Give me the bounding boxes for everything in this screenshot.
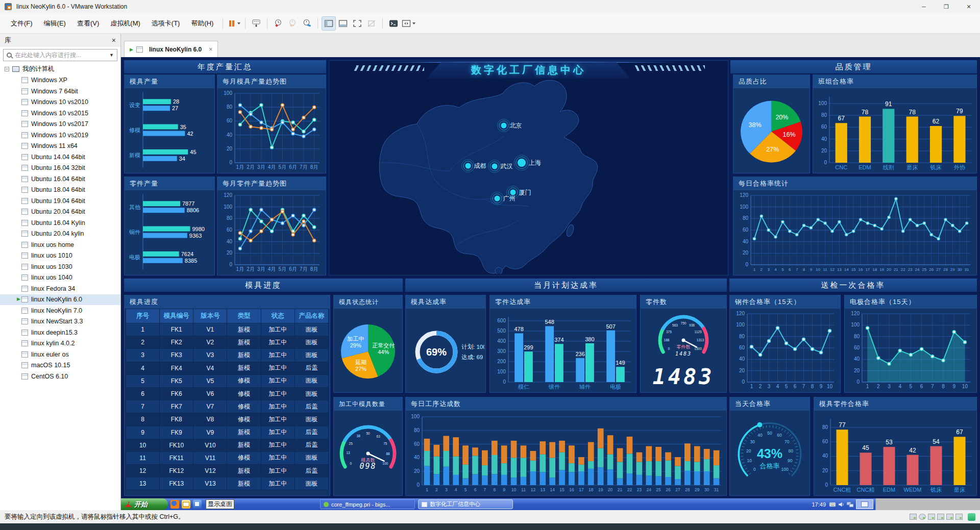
table-row[interactable]: 7FK7V7修模加工中后盖 bbox=[126, 400, 329, 413]
expander-icon[interactable]: − bbox=[5, 67, 9, 71]
svg-text:0: 0 bbox=[856, 379, 860, 385]
manage-snapshots-button[interactable] bbox=[300, 16, 314, 31]
send-ctrl-alt-del-button[interactable] bbox=[249, 16, 263, 31]
close-button[interactable]: ✕ bbox=[958, 0, 980, 13]
table-row[interactable]: 3FK3V3新模加工中面板 bbox=[126, 349, 329, 362]
maximize-button[interactable]: ❐ bbox=[935, 0, 958, 13]
tab-close-icon[interactable]: × bbox=[209, 46, 212, 53]
table-row[interactable]: 2FK2V2新模加工中面板 bbox=[126, 336, 329, 349]
sidebar-item[interactable]: Ubuntu 20.04 64bit bbox=[0, 207, 120, 218]
harddisk-icon[interactable] bbox=[910, 514, 917, 520]
table-row[interactable]: 6FK6V6修模加工中面板 bbox=[126, 387, 329, 400]
volume-icon[interactable] bbox=[838, 501, 844, 508]
menu-item[interactable]: 虚拟机(M) bbox=[105, 16, 146, 31]
svg-text:30: 30 bbox=[750, 439, 755, 444]
sidebar-item[interactable]: CentOS 6.10 bbox=[0, 371, 120, 382]
svg-text:CNC: CNC bbox=[835, 164, 847, 170]
table-row[interactable]: 10FK10V10新模加工中后盖 bbox=[126, 439, 329, 451]
sidebar-item[interactable]: Ubuntu 18.04 64bit bbox=[0, 185, 120, 196]
search-input[interactable] bbox=[15, 52, 106, 59]
table-row[interactable]: 1FK1V1新模加工中面板 bbox=[126, 323, 329, 336]
sidebar-item[interactable]: Ubuntu 16.04 Kylin bbox=[0, 217, 120, 229]
sidebar-item[interactable]: Windows 11 x64 bbox=[0, 141, 120, 152]
sidebar-item[interactable]: Ubuntu 14.04 64bit bbox=[0, 152, 120, 163]
take-snapshot-button[interactable] bbox=[271, 16, 285, 31]
table-row[interactable]: 13FK13V13新模加工中面板 bbox=[126, 477, 329, 490]
sidebar-item[interactable]: linux NewStart 3.3 bbox=[0, 316, 120, 327]
library-close-icon[interactable]: × bbox=[112, 36, 116, 44]
cdrom-icon[interactable] bbox=[919, 514, 926, 520]
sidebar-item[interactable]: linux NeoKylin 7.0 bbox=[0, 305, 120, 316]
svg-text:厦门: 厦门 bbox=[519, 189, 531, 196]
sidebar-item-label: linux deepin15.3 bbox=[31, 329, 78, 336]
show-thumbnail-bar-toggle[interactable] bbox=[336, 16, 350, 31]
input-method-icon[interactable] bbox=[829, 501, 836, 508]
sidebar-item[interactable]: macOS 10.15 bbox=[0, 360, 120, 371]
table-row[interactable]: 11FK11V11修模加工中面板 bbox=[126, 451, 329, 464]
mail-icon[interactable] bbox=[182, 500, 190, 509]
taskbar-item[interactable]: core_ffmpeg.pri - bigs... bbox=[320, 499, 415, 509]
vm-start-button[interactable]: 开始 bbox=[121, 498, 168, 510]
table-row[interactable]: 4FK4V4新模加工中后盖 bbox=[126, 362, 329, 374]
menu-item[interactable]: 选项卡(T) bbox=[146, 16, 186, 31]
menu-item[interactable]: 文件(F) bbox=[5, 16, 38, 31]
show-desktop-button[interactable]: 显示桌面 bbox=[206, 499, 234, 509]
search-dropdown-icon[interactable]: ▼ bbox=[109, 53, 114, 58]
table-row[interactable]: 5FK5V5修模加工中面板 bbox=[126, 374, 329, 387]
sidebar-item[interactable]: Ubuntu 20.04 kylin bbox=[0, 229, 120, 240]
sidebar-item[interactable]: Ubuntu 16.04 32bit bbox=[0, 163, 120, 174]
revert-snapshot-button[interactable] bbox=[285, 16, 300, 31]
sidebar-item[interactable]: linux euler os bbox=[0, 349, 120, 360]
desktop-switch-tile[interactable] bbox=[856, 499, 873, 509]
table-row[interactable]: 9FK9V9新模加工中后盖 bbox=[126, 426, 329, 439]
sidebar-item[interactable]: linux uos 1030 bbox=[0, 261, 120, 272]
unity-toggle[interactable] bbox=[364, 16, 379, 31]
network-adapter-icon[interactable] bbox=[928, 514, 935, 520]
sidebar-item[interactable]: linux uos 1040 bbox=[0, 272, 120, 284]
sidebar-item[interactable]: linux kylin 4.0.2 bbox=[0, 338, 120, 349]
network-icon[interactable] bbox=[846, 501, 854, 508]
sidebar-item[interactable]: Windows 7 64bit bbox=[0, 86, 120, 97]
svg-text:电极: 电极 bbox=[129, 254, 140, 260]
firefox-icon[interactable] bbox=[170, 500, 179, 509]
table-row[interactable]: 12FK12V12新模加工中后盖 bbox=[126, 465, 329, 477]
svg-text:80: 80 bbox=[854, 334, 860, 339]
show-library-toggle[interactable] bbox=[322, 16, 336, 31]
svg-text:478: 478 bbox=[514, 326, 523, 332]
sidebar-item[interactable]: Ubuntu 16.04 64bit bbox=[0, 173, 120, 185]
menu-item[interactable]: 查看(V) bbox=[71, 16, 105, 31]
sidebar-item[interactable]: Windows 10 vs2017 bbox=[0, 119, 120, 130]
vm-tab[interactable]: ▶ linux NeoKylin 6.0 × bbox=[124, 41, 218, 57]
sidebar-item[interactable]: Windows XP bbox=[0, 75, 120, 86]
printer-icon[interactable] bbox=[937, 514, 944, 520]
svg-text:60: 60 bbox=[739, 345, 745, 350]
sidebar-item[interactable]: linux Fedora 34 bbox=[0, 283, 120, 294]
console-view-button[interactable] bbox=[386, 16, 401, 31]
library-sidebar: 库 × ▼ −我的计算机Windows XPWindows 7 64bitWin… bbox=[0, 34, 121, 510]
fullscreen-toggle[interactable] bbox=[350, 16, 364, 31]
sidebar-item[interactable]: linux uos home bbox=[0, 239, 120, 250]
stretch-guest-button[interactable] bbox=[401, 16, 416, 31]
sidebar-item[interactable]: Windows 10 vs2010 bbox=[0, 97, 120, 108]
sidebar-item[interactable]: linux uos 1010 bbox=[0, 250, 120, 262]
table-cell: V4 bbox=[193, 362, 227, 374]
menu-item[interactable]: 帮助(H) bbox=[185, 16, 219, 31]
sidebar-item[interactable]: ▶linux NeoKylin 6.0 bbox=[0, 294, 120, 306]
sidebar-item[interactable]: Windows 10 vs2015 bbox=[0, 108, 120, 119]
table-column-header: 模具编号 bbox=[160, 309, 193, 323]
usb-icon[interactable] bbox=[955, 514, 963, 520]
table-row[interactable]: 8FK8V8修模加工中面板 bbox=[126, 413, 329, 426]
menu-item[interactable]: 编辑(E) bbox=[38, 16, 71, 31]
sidebar-root-item[interactable]: −我的计算机 bbox=[0, 64, 120, 75]
svg-text:17: 17 bbox=[865, 267, 870, 272]
minimize-button[interactable]: ─ bbox=[913, 0, 935, 13]
sidebar-item[interactable]: linux deepin15.3 bbox=[0, 327, 120, 338]
sidebar-item[interactable]: Windows 10 vs2019 bbox=[0, 130, 120, 141]
svg-text:6: 6 bbox=[920, 384, 923, 389]
sound-icon[interactable] bbox=[946, 514, 953, 520]
vmware-tips-icon[interactable] bbox=[968, 513, 975, 521]
pause-vm-button[interactable] bbox=[227, 16, 241, 31]
file-manager-icon[interactable] bbox=[193, 500, 202, 509]
sidebar-item[interactable]: Ubuntu 19.04 64bit bbox=[0, 195, 120, 207]
taskbar-item[interactable]: 数字化工厂信息中心 bbox=[418, 499, 513, 509]
